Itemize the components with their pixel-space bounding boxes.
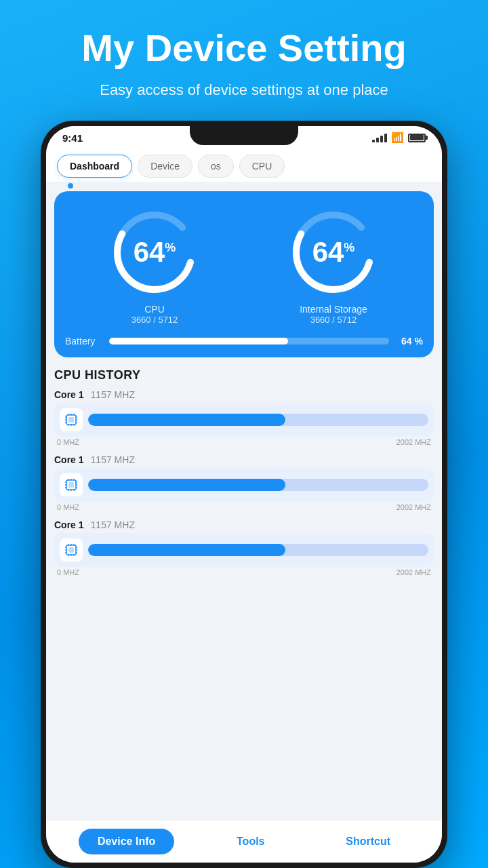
cpu-chip-icon-2 bbox=[60, 538, 83, 561]
core-item-2: Core 1 1157 MHZ bbox=[54, 519, 434, 576]
tab-bar: Dashboard Device os CPU bbox=[46, 146, 442, 182]
core-progress-fill-2 bbox=[88, 544, 285, 556]
main-content: 64% CPU 3660 / 5712 bbox=[46, 191, 442, 820]
cpu-gauge-label: CPU bbox=[144, 304, 165, 315]
core-name-1: Core 1 bbox=[54, 454, 84, 465]
core-item-0: Core 1 1157 MHZ bbox=[54, 389, 434, 446]
status-icons: 📶 bbox=[372, 132, 426, 144]
nav-shortcut[interactable]: Shortcut bbox=[327, 829, 409, 854]
app-subtitle: Easy access of device settings at one pl… bbox=[81, 80, 406, 101]
phone-inner: 9:41 📶 Dashboard Device bbox=[46, 126, 442, 863]
svg-rect-19 bbox=[68, 482, 74, 488]
storage-gauge-sublabel: 3660 / 5712 bbox=[310, 315, 357, 325]
cpu-gauge: 64% CPU 3660 / 5712 bbox=[107, 205, 202, 325]
wifi-icon: 📶 bbox=[391, 132, 404, 144]
svg-rect-5 bbox=[68, 417, 74, 422]
core-bar-row-0 bbox=[54, 403, 434, 437]
core-bar-row-2 bbox=[54, 533, 434, 567]
core-header-2: Core 1 1157 MHZ bbox=[54, 519, 434, 530]
nav-device-info[interactable]: Device Info bbox=[79, 829, 174, 854]
tab-active-indicator bbox=[68, 183, 73, 189]
status-time: 9:41 bbox=[62, 132, 83, 144]
cpu-history-section: CPU HISTORY Core 1 1157 MHZ bbox=[54, 368, 434, 576]
signal-icon bbox=[372, 134, 387, 142]
core-progress-fill-1 bbox=[88, 479, 285, 491]
battery-status-icon bbox=[408, 134, 426, 142]
core-bar-row-1 bbox=[54, 468, 434, 502]
core-progress-bg-1 bbox=[88, 479, 428, 491]
core-item-1: Core 1 1157 MHZ bbox=[54, 454, 434, 511]
tab-cpu[interactable]: CPU bbox=[239, 155, 285, 178]
battery-row: Battery 64 % bbox=[65, 336, 423, 347]
header-section: My Device Setting Easy access of device … bbox=[41, 0, 447, 121]
cpu-history-title: CPU HISTORY bbox=[54, 368, 434, 382]
core-range-1: 0 MHZ 2002 MHZ bbox=[54, 502, 434, 511]
battery-bar-fill bbox=[109, 338, 288, 344]
nav-tools[interactable]: Tools bbox=[218, 829, 283, 854]
core-progress-fill-0 bbox=[88, 414, 285, 426]
gauges-row: 64% CPU 3660 / 5712 bbox=[65, 205, 423, 325]
core-name-0: Core 1 bbox=[54, 389, 84, 400]
battery-bar-bg bbox=[109, 338, 389, 344]
cpu-gauge-svg bbox=[107, 205, 202, 300]
storage-gauge-circle: 64% bbox=[286, 205, 381, 300]
tab-dashboard[interactable]: Dashboard bbox=[57, 155, 132, 178]
storage-gauge: 64% Internal Storage 3660 / 5712 bbox=[286, 205, 381, 325]
core-range-0: 0 MHZ 2002 MHZ bbox=[54, 437, 434, 446]
core-mhz-1: 1157 MHZ bbox=[91, 454, 135, 465]
cpu-chip-icon-1 bbox=[60, 473, 83, 496]
bottom-nav: Device Info Tools Shortcut bbox=[46, 820, 442, 863]
tab-device[interactable]: Device bbox=[138, 155, 192, 178]
core-progress-bg-0 bbox=[88, 414, 428, 426]
battery-label: Battery bbox=[65, 336, 102, 347]
storage-gauge-svg bbox=[286, 205, 381, 300]
notch bbox=[190, 126, 298, 145]
core-progress-bg-2 bbox=[88, 544, 428, 556]
core-mhz-0: 1157 MHZ bbox=[91, 389, 135, 400]
phone-frame: 9:41 📶 Dashboard Device bbox=[41, 121, 447, 868]
core-header-1: Core 1 1157 MHZ bbox=[54, 454, 434, 465]
svg-rect-33 bbox=[68, 547, 74, 553]
core-header-0: Core 1 1157 MHZ bbox=[54, 389, 434, 400]
core-name-2: Core 1 bbox=[54, 519, 84, 530]
cpu-gauge-circle: 64% bbox=[107, 205, 202, 300]
cpu-gauge-sublabel: 3660 / 5712 bbox=[131, 315, 178, 325]
tab-os[interactable]: os bbox=[198, 155, 234, 178]
cpu-chip-icon-0 bbox=[60, 408, 83, 431]
storage-gauge-label: Internal Storage bbox=[300, 304, 367, 315]
core-range-2: 0 MHZ 2002 MHZ bbox=[54, 567, 434, 576]
battery-percent-text: 64 % bbox=[396, 336, 423, 347]
app-title: My Device Setting bbox=[81, 27, 406, 69]
core-mhz-2: 1157 MHZ bbox=[91, 519, 135, 530]
gauge-card: 64% CPU 3660 / 5712 bbox=[54, 191, 434, 357]
